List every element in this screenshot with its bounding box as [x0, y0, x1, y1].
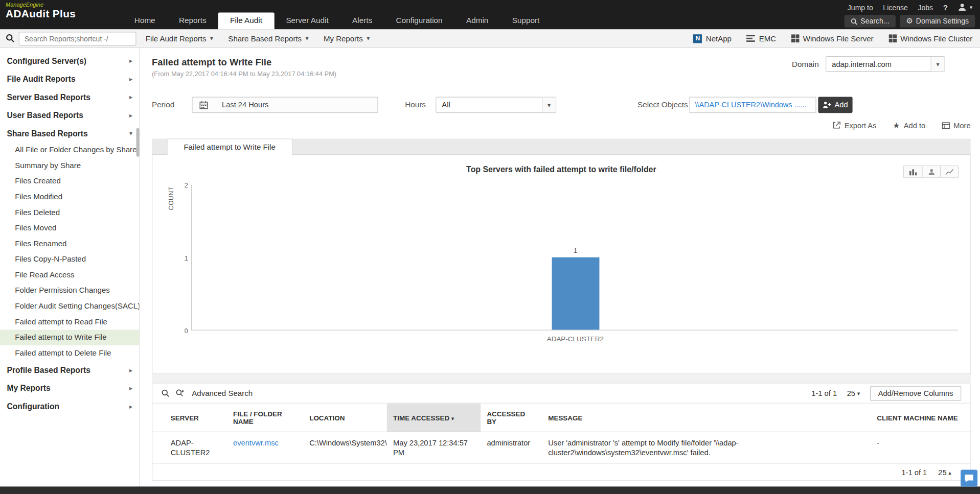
- nav-tab-admin[interactable]: Admin: [454, 12, 500, 29]
- column-header-message[interactable]: MESSAGE: [542, 403, 871, 432]
- chevron-right-icon: ▸: [129, 57, 132, 64]
- column-header-client-machine-name[interactable]: CLIENT MACHINE NAME: [871, 403, 971, 432]
- menu-label: My Reports: [324, 34, 363, 43]
- chevron-right-icon: ▸: [129, 367, 132, 373]
- nav-tab-configuration[interactable]: Configuration: [384, 12, 454, 29]
- line-chart-icon[interactable]: [940, 166, 958, 177]
- sidebar-item-files-created[interactable]: Files Created: [0, 174, 140, 190]
- sidebar-item-file-read-access[interactable]: File Read Access: [0, 267, 140, 283]
- sidebar-section-profile-based-reports[interactable]: Profile Based Reports▸: [0, 361, 140, 379]
- page-size-select[interactable]: 25 ▴: [938, 468, 951, 477]
- page-title: Failed attempt to Write File: [152, 57, 271, 67]
- search-icon: [6, 34, 14, 45]
- cell-time-accessed: May 23,2017 12:34:57 PM: [387, 432, 481, 464]
- server-type-label: NetApp: [706, 34, 732, 43]
- column-header-time-accessed[interactable]: TIME ACCESSED▾: [387, 403, 481, 432]
- hours-select[interactable]: All ▾: [436, 97, 556, 113]
- search-icon[interactable]: [161, 389, 169, 397]
- sidebar-item-files-copy-n-pasted[interactable]: Files Copy-N-Pasted: [0, 252, 140, 268]
- chevron-down-icon: ▾: [970, 4, 973, 10]
- report-search-input[interactable]: [19, 32, 136, 45]
- period-label: Period: [152, 101, 174, 109]
- column-header-server[interactable]: SERVER: [152, 403, 226, 432]
- sidebar-item-failed-attempt-to-read-file[interactable]: Failed attempt to Read File: [0, 314, 140, 330]
- bar-chart-icon[interactable]: [904, 166, 922, 177]
- server-type-netapp[interactable]: NNetApp: [693, 34, 732, 43]
- sidebar-item-files-moved[interactable]: Files Moved: [0, 221, 140, 237]
- sidebar-item-files-renamed[interactable]: Files Renamed: [0, 236, 140, 252]
- action-export-as[interactable]: Export As: [832, 121, 876, 130]
- sidebar-section-user-based-reports[interactable]: User Based Reports▸: [0, 106, 140, 124]
- nav-tab-reports[interactable]: Reports: [167, 12, 218, 29]
- column-label: LOCATION: [309, 414, 345, 421]
- server-type-windows-file-server[interactable]: Windows File Server: [791, 34, 873, 43]
- file-link[interactable]: eventvwr.msc: [233, 438, 279, 447]
- help-icon[interactable]: ?: [943, 3, 948, 12]
- sidebar: Configured Server(s)▸File Audit Reports▸…: [0, 48, 140, 494]
- advanced-search-icon[interactable]: [176, 389, 185, 397]
- column-header-accessed-by[interactable]: ACCESSED BY: [481, 403, 542, 432]
- domain-settings-button[interactable]: ⚙ Domain Settings: [900, 15, 975, 27]
- column-header-location[interactable]: LOCATION: [303, 403, 387, 432]
- advanced-search-link[interactable]: Advanced Search: [192, 389, 253, 397]
- nav-tab-support[interactable]: Support: [500, 12, 552, 29]
- chevron-down-icon: ▾: [542, 98, 556, 112]
- period-picker[interactable]: Last 24 Hours: [192, 97, 378, 113]
- domain-value: adap.internal.com: [832, 60, 892, 68]
- sidebar-section-share-based-reports[interactable]: Share Based Reports▾: [0, 124, 140, 142]
- add-button[interactable]: Add: [818, 97, 852, 113]
- chevron-right-icon: ▸: [129, 403, 132, 410]
- sidebar-item-folder-permission-changes[interactable]: Folder Permission Changes: [0, 283, 140, 299]
- sidebar-scrollbar[interactable]: [136, 128, 140, 157]
- chat-button[interactable]: [961, 469, 977, 486]
- column-label: SERVER: [171, 414, 199, 421]
- chevron-down-icon: ▾: [210, 35, 213, 41]
- adaudit-plus-app: ManageEngine ADAudit Plus HomeReportsFil…: [0, 0, 980, 494]
- sidebar-item-summary-by-share[interactable]: Summary by Share: [0, 158, 140, 174]
- app-header: ManageEngine ADAudit Plus HomeReportsFil…: [0, 0, 980, 29]
- sidebar-section-my-reports[interactable]: My Reports▸: [0, 379, 140, 397]
- nav-tab-home[interactable]: Home: [123, 12, 167, 29]
- search-button[interactable]: Search...: [844, 15, 895, 27]
- chevron-down-icon: ▾: [129, 130, 132, 136]
- menu-my-reports[interactable]: My Reports▾: [324, 34, 370, 43]
- sidebar-section-configured-server-s[interactable]: Configured Server(s)▸: [0, 52, 140, 69]
- action-add-to[interactable]: ★Add to: [893, 121, 925, 130]
- page-size-select[interactable]: 25 ▾: [847, 389, 860, 397]
- sidebar-section-server-based-reports[interactable]: Server Based Reports▸: [0, 88, 140, 106]
- sidebar-item-failed-attempt-to-write-file[interactable]: Failed attempt to Write File: [0, 330, 140, 346]
- emc-icon: [746, 35, 755, 41]
- nav-tab-server-audit[interactable]: Server Audit: [274, 12, 340, 29]
- sidebar-item-all-file-or-folder-changes-by-share[interactable]: All File or Folder Changes by Share: [0, 143, 140, 158]
- chart-type-toggle: [903, 166, 959, 178]
- action-more[interactable]: More: [942, 121, 971, 130]
- top-link-jump-to[interactable]: Jump to: [848, 4, 873, 11]
- chart-panel: Top Servers with failed attempt to write…: [152, 154, 971, 374]
- results-panel: Advanced Search 1-1 of 1 25 ▾ Add/Remove…: [152, 383, 971, 481]
- menu-file-audit-reports[interactable]: File Audit Reports▾: [146, 34, 213, 43]
- add-remove-columns-button[interactable]: Add/Remove Columns: [870, 386, 962, 401]
- server-type-windows-file-cluster[interactable]: Windows File Cluster: [888, 34, 972, 43]
- nav-tab-alerts[interactable]: Alerts: [340, 12, 384, 29]
- windows-file-server-icon: [791, 34, 799, 42]
- sidebar-item-failed-attempt-to-delete-file[interactable]: Failed attempt to Delete File: [0, 345, 140, 361]
- select-objects-input[interactable]: \\ADAP-CLUSTER2\Windows ......: [690, 97, 816, 113]
- sidebar-section-file-audit-reports[interactable]: File Audit Reports▸: [0, 70, 140, 88]
- column-header-file-folder-name[interactable]: FILE / FOLDER NAME: [227, 403, 303, 432]
- nav-tab-file-audit[interactable]: File Audit: [218, 12, 274, 29]
- top-links: Jump toLicenseJobs: [848, 4, 933, 11]
- page-subtitle: (From May 22,2017 04:16:44 PM to May 23,…: [152, 70, 336, 78]
- sidebar-section-configuration[interactable]: Configuration▸: [0, 397, 140, 415]
- server-type-emc[interactable]: EMC: [746, 34, 776, 43]
- user-menu[interactable]: ▾: [958, 3, 973, 12]
- bar-adap-cluster2: [552, 257, 599, 330]
- sidebar-item-files-modified[interactable]: Files Modified: [0, 189, 140, 205]
- user-chart-icon[interactable]: [922, 166, 940, 177]
- menu-share-based-reports[interactable]: Share Based Reports▾: [228, 34, 308, 43]
- report-tab[interactable]: Failed attempt to Write File: [167, 138, 292, 155]
- sidebar-item-files-deleted[interactable]: Files Deleted: [0, 205, 140, 221]
- sidebar-item-folder-audit-setting-changes-sacl[interactable]: Folder Audit Setting Changes(SACL): [0, 298, 140, 314]
- top-link-jobs[interactable]: Jobs: [918, 4, 933, 11]
- domain-select[interactable]: adap.internal.com ▾: [826, 56, 945, 72]
- top-link-license[interactable]: License: [883, 4, 907, 11]
